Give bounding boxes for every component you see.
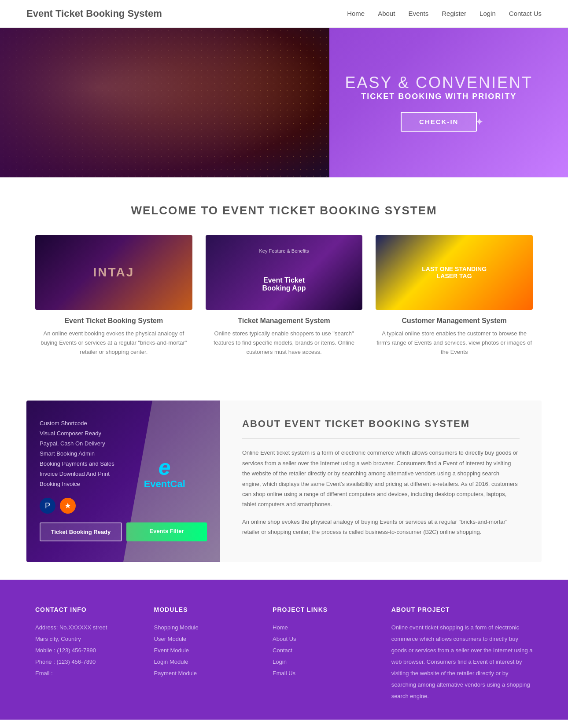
navbar: Event Ticket Booking System Home About E… — [0, 0, 568, 28]
welcome-section: WELCOME TO EVENT TICKET BOOKING SYSTEM E… — [0, 177, 568, 392]
footer-mobile: Mobile : (123) 456-7890 — [35, 645, 136, 656]
about-para-2: An online shop evokes the physical analo… — [242, 517, 520, 537]
nav-contact[interactable]: Contact Us — [509, 10, 542, 17]
nav-events[interactable]: Events — [408, 10, 428, 17]
nav-about[interactable]: About — [378, 10, 395, 17]
nav-login[interactable]: Login — [479, 10, 496, 17]
welcome-title: WELCOME TO EVENT TICKET BOOKING SYSTEM — [35, 204, 533, 217]
footer-email: Email : — [35, 668, 136, 679]
proj-link-3[interactable]: Contact — [273, 645, 374, 656]
payment-icons: P ★ — [40, 498, 207, 514]
card-3-title: Customer Management System — [376, 317, 533, 325]
about-divider — [242, 438, 520, 439]
nav-home[interactable]: Home — [347, 10, 365, 17]
card-2-desc: Online stores typically enable shoppers … — [206, 329, 363, 357]
footer-project-links: PROJECT LINKS Home About Us Contact Logi… — [273, 606, 374, 702]
footer-grid: CONTACT INFO Address: No.XXXXXX street M… — [35, 606, 533, 702]
feature-2: Visual Composer Ready — [40, 428, 207, 438]
footer-modules-title: MODULES — [154, 606, 255, 613]
feature-1: Custom Shortcode — [40, 418, 207, 428]
card-2-title: Ticket Management System — [206, 317, 363, 325]
card-1-desc: An online event booking evokes the physi… — [35, 329, 192, 357]
module-5[interactable]: Payment Module — [154, 668, 255, 679]
about-para-1: Online Event ticket system is a form of … — [242, 448, 520, 509]
footer-modules: MODULES Shopping Module User Module Even… — [154, 606, 255, 702]
module-2[interactable]: User Module — [154, 633, 255, 645]
feature-5: Booking Payments and Sales — [40, 459, 207, 469]
about-right-panel: ABOUT EVENT TICKET BOOKING SYSTEM Online… — [220, 401, 542, 562]
footer-about-project: ABOUT PROJECT Online event ticket shoppi… — [391, 606, 533, 702]
card-2: Ticket Management System Online stores t… — [206, 235, 363, 357]
card-2-image — [206, 235, 363, 310]
gift-icon: ★ — [60, 498, 76, 514]
card-1-title: Event Ticket Booking System — [35, 317, 192, 325]
ticket-booking-button[interactable]: Ticket Booking Ready — [40, 522, 122, 541]
module-3[interactable]: Event Module — [154, 645, 255, 656]
hero-section: EASY & CONVENIENT TICKET BOOKING WITH PR… — [0, 28, 568, 177]
proj-link-5[interactable]: Email Us — [273, 668, 374, 679]
about-title: ABOUT EVENT TICKET BOOKING SYSTEM — [242, 418, 520, 430]
hero-tagline2: TICKET BOOKING WITH PRIORITY — [345, 92, 533, 101]
features-list: Custom Shortcode Visual Composer Ready P… — [40, 418, 207, 489]
card-3-image — [376, 235, 533, 310]
site-brand: Event Ticket Booking System — [26, 8, 162, 19]
feature-4: Smart Booking Admin — [40, 449, 207, 459]
footer-contact: CONTACT INFO Address: No.XXXXXX street M… — [35, 606, 136, 702]
footer-about-title: ABOUT PROJECT — [391, 606, 533, 613]
footer-contact-title: CONTACT INFO — [35, 606, 136, 613]
card-1: Event Ticket Booking System An online ev… — [35, 235, 192, 357]
footer-about-text: Online event ticket shopping is a form o… — [391, 622, 533, 702]
card-3-desc: A typical online store enables the custo… — [376, 329, 533, 357]
footer-links-title: PROJECT LINKS — [273, 606, 374, 613]
hero-overlay — [0, 28, 313, 177]
nav-register[interactable]: Register — [442, 10, 466, 17]
feature-6: Invoice Download And Print — [40, 469, 207, 479]
about-left-panel: e EventCal Custom Shortcode Visual Compo… — [26, 401, 220, 562]
hero-content: EASY & CONVENIENT TICKET BOOKING WITH PR… — [345, 74, 533, 132]
project-links-list: Home About Us Contact Login Email Us — [273, 622, 374, 679]
hero-tagline1: EASY & CONVENIENT — [345, 74, 533, 92]
module-1[interactable]: Shopping Module — [154, 622, 255, 633]
footer-phone: Phone : (123) 456-7890 — [35, 656, 136, 668]
hero-cta-button[interactable]: CHECK-IN — [401, 112, 477, 132]
feature-3: Paypal, Cash On Delivery — [40, 438, 207, 449]
proj-link-4[interactable]: Login — [273, 656, 374, 668]
nav-links: Home About Events Register Login Contact… — [347, 10, 542, 18]
cards-row: Event Ticket Booking System An online ev… — [35, 235, 533, 357]
proj-link-1[interactable]: Home — [273, 622, 374, 633]
feature-7: Booking Invoice — [40, 479, 207, 489]
events-filter-button[interactable]: Events Filter — [126, 522, 207, 541]
about-buttons: Ticket Booking Ready Events Filter — [40, 522, 207, 541]
footer: CONTACT INFO Address: No.XXXXXX street M… — [0, 580, 568, 720]
modules-list: Shopping Module User Module Event Module… — [154, 622, 255, 679]
module-4[interactable]: Login Module — [154, 656, 255, 668]
card-3: Customer Management System A typical onl… — [376, 235, 533, 357]
about-section: e EventCal Custom Shortcode Visual Compo… — [26, 401, 542, 562]
proj-link-2[interactable]: About Us — [273, 633, 374, 645]
card-1-image — [35, 235, 192, 310]
footer-city: Mars city, Country — [35, 633, 136, 645]
footer-address: Address: No.XXXXXX street — [35, 622, 136, 633]
about-features: Custom Shortcode Visual Composer Ready P… — [40, 418, 207, 514]
paypal-icon: P — [40, 498, 55, 514]
